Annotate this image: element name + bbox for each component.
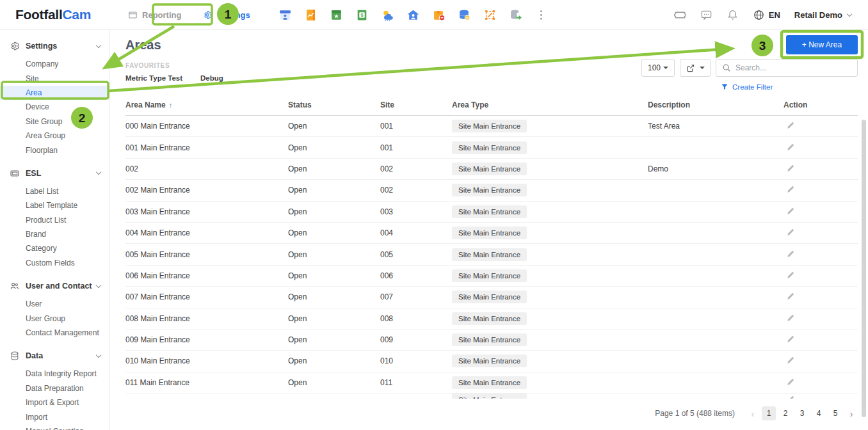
pagination-page-3[interactable]: 3 <box>795 406 809 420</box>
data-export-app-icon[interactable] <box>509 8 522 22</box>
sidebar-section-data-header[interactable]: Data <box>0 347 109 364</box>
caret-down-icon <box>663 67 668 69</box>
nav-reporting[interactable]: Reporting <box>128 10 181 20</box>
edit-pencil-icon[interactable] <box>786 313 796 322</box>
sidebar-item-data-preparation[interactable]: Data Preparation <box>0 381 109 395</box>
sales-report-app-icon[interactable] <box>304 8 317 22</box>
sidebar-item-data-integrity-report[interactable]: Data Integrity Report <box>0 367 109 381</box>
cell-area-name: 004 Main Entrance <box>125 228 288 237</box>
table-row[interactable]: 001 Main Entrance Open 001 Site Main Ent… <box>125 137 858 158</box>
sidebar-item-contact-management[interactable]: Contact Management <box>0 326 109 340</box>
area-type-badge: Site Main Entrance <box>452 333 527 346</box>
cell-status: Open <box>288 122 380 131</box>
weather-app-icon[interactable] <box>381 8 394 22</box>
edit-pencil-icon[interactable] <box>786 270 796 280</box>
new-area-button[interactable]: + New Area <box>786 35 858 54</box>
favourite-debug[interactable]: Debug <box>200 74 223 82</box>
vertical-scrollbar[interactable] <box>862 120 866 417</box>
table-row[interactable]: 002 Open 002 Site Main Entrance Demo <box>125 159 858 180</box>
table-row[interactable]: 006 Main Entrance Open 006 Site Main Ent… <box>125 266 858 287</box>
sidebar-section-user-contact-header[interactable]: User and Contact <box>0 278 109 294</box>
create-filter-label: Create Filter <box>732 83 773 91</box>
sidebar-item-floorplan[interactable]: Floorplan <box>0 143 109 157</box>
area-editor-app-icon[interactable] <box>483 8 497 22</box>
area-type-badge: Site Main Entrance <box>452 269 527 282</box>
account-menu[interactable]: Retail Demo <box>794 10 851 20</box>
edit-pencil-icon[interactable] <box>786 249 796 259</box>
table-row[interactable]: 000 Main Entrance Open 001 Site Main Ent… <box>125 116 858 137</box>
sidebar-item-product-list[interactable]: Product List <box>0 213 109 227</box>
sidebar-item-import[interactable]: Import <box>0 410 109 424</box>
sort-asc-icon[interactable]: ↑ <box>169 101 173 109</box>
edit-pencil-icon[interactable] <box>786 184 796 194</box>
search-input[interactable] <box>735 63 844 72</box>
sidebar-item-site[interactable]: Site <box>0 71 109 85</box>
sidebar-item-device[interactable]: Device <box>0 100 109 114</box>
table-row[interactable]: 011 Main Entrance Open 011 Site Main Ent… <box>125 372 858 394</box>
nav-settings[interactable]: Settings <box>203 10 250 20</box>
table-row[interactable]: 004 Main Entrance Open 004 Site Main Ent… <box>125 223 858 244</box>
edit-pencil-icon[interactable] <box>786 377 796 386</box>
table-row[interactable]: 007 Main Entrance Open 007 Site Main Ent… <box>125 287 858 308</box>
favourite-metric-type-test[interactable]: Metric Type Test <box>125 74 182 82</box>
sidebar-item-import-export[interactable]: Import & Export <box>0 395 109 410</box>
edit-pencil-icon[interactable] <box>786 227 796 237</box>
column-header-area-name[interactable]: Area Name↑ <box>125 100 288 109</box>
sidebar-item-category[interactable]: Category <box>0 241 109 255</box>
sidebar-item-manual-counting[interactable]: Manual Counting <box>0 424 109 430</box>
language-selector[interactable]: EN <box>753 9 780 21</box>
store-app-icon[interactable] <box>278 8 292 22</box>
area-type-badge: Site Main Entrance <box>452 227 527 239</box>
sidebar-item-custom-fields[interactable]: Custom Fields <box>0 256 109 270</box>
edit-pencil-icon[interactable] <box>786 120 796 130</box>
cell-status: Open <box>288 378 380 387</box>
table-row[interactable]: 005 Main Entrance Open 005 Site Main Ent… <box>125 244 858 265</box>
pagination-page-4[interactable]: 4 <box>812 406 826 420</box>
search-field[interactable] <box>716 59 858 77</box>
column-header-area-type[interactable]: Area Type <box>452 100 648 109</box>
ticket-icon[interactable] <box>674 9 686 21</box>
sidebar-item-area[interactable]: Area <box>0 86 109 100</box>
page-size-select[interactable]: 100 <box>641 59 675 77</box>
pagination-page-1[interactable]: 1 <box>762 406 776 420</box>
sidebar-item-label-template[interactable]: Label Template <box>0 198 109 212</box>
column-header-site[interactable]: Site <box>380 100 452 109</box>
brand-logo[interactable]: FootfallCam <box>15 7 91 22</box>
edit-pencil-icon[interactable] <box>786 355 796 365</box>
sidebar-section-esl-header[interactable]: ESL <box>0 165 109 182</box>
sidebar-item-area-group[interactable]: Area Group <box>0 129 109 143</box>
create-filter-link[interactable]: Create Filter <box>716 83 858 91</box>
edit-pencil-icon[interactable] <box>786 334 796 344</box>
edit-pencil-icon[interactable] <box>786 291 796 301</box>
column-header-description[interactable]: Description <box>648 100 784 109</box>
pagination-page-2[interactable]: 2 <box>778 406 792 420</box>
table-row[interactable]: 008 Main Entrance Open 008 Site Main Ent… <box>125 308 858 330</box>
more-icon[interactable] <box>534 8 548 22</box>
edit-pencil-icon[interactable] <box>786 142 796 152</box>
sidebar-item-site-group[interactable]: Site Group <box>0 115 109 129</box>
sidebar-item-user-group[interactable]: User Group <box>0 311 109 325</box>
table-row[interactable]: 002 Main Entrance Open 002 Site Main Ent… <box>125 180 858 201</box>
home-app-icon[interactable] <box>406 8 420 22</box>
pagination-prev-icon[interactable]: ‹ <box>746 408 759 419</box>
sidebar-item-brand[interactable]: Brand <box>0 227 109 241</box>
sidebar-section-settings-header[interactable]: Settings <box>0 38 109 54</box>
package-app-icon[interactable] <box>432 8 446 22</box>
table-row[interactable]: 003 Main Entrance Open 003 Site Main Ent… <box>125 202 858 223</box>
event-calendar-app-icon[interactable] <box>330 8 343 22</box>
edit-pencil-icon[interactable] <box>786 163 796 173</box>
pagination-next-icon[interactable]: › <box>845 408 858 419</box>
pagination-page-5[interactable]: 5 <box>828 406 842 420</box>
sidebar-item-company[interactable]: Company <box>0 57 109 71</box>
table-row[interactable]: 009 Main Entrance Open 009 Site Main Ent… <box>125 330 858 351</box>
bell-icon[interactable] <box>727 9 739 21</box>
ledger-app-icon[interactable]: $ <box>355 8 369 22</box>
sidebar-item-user[interactable]: User <box>0 297 109 311</box>
chat-icon[interactable] <box>700 9 712 21</box>
column-header-status[interactable]: Status <box>288 100 380 109</box>
table-row[interactable]: 010 Main Entrance Open 010 Site Main Ent… <box>125 351 858 372</box>
database-check-app-icon[interactable] <box>458 8 471 22</box>
edit-pencil-icon[interactable] <box>786 206 796 216</box>
sidebar-item-label-list[interactable]: Label List <box>0 184 109 198</box>
export-button[interactable] <box>680 59 711 77</box>
